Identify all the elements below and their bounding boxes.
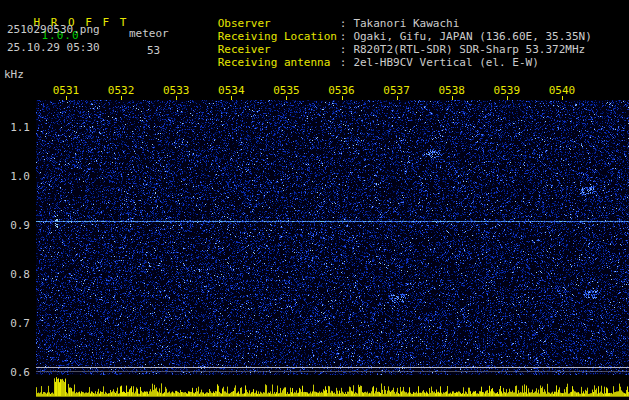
info-colon: : [340,17,347,30]
info-colon: : [340,56,347,69]
meteor-count: 53 [147,44,160,57]
output-filename: 2510290530.png [7,23,100,36]
x-axis-time-labels: 0531053205330534053505360537053805390540 [0,84,629,100]
info-label: Observer [218,17,340,30]
header-info: Observer:Takanori Kawachi Receiving Loca… [178,4,592,56]
info-value: Ogaki, Gifu, JAPAN (136.60E, 35.35N) [353,30,591,43]
info-label: Receiving Location [218,30,340,43]
y-axis-unit-label: kHz [4,68,24,81]
observation-timestamp: 25.10.29 05:30 [7,41,100,54]
freq-tick-label: 1.0 [2,170,30,183]
info-label: Receiving antenna [218,56,340,69]
info-colon: : [340,30,347,43]
info-value: R820T2(RTL-SDR) SDR-Sharp 53.372MHz [353,43,585,56]
info-colon: : [340,43,347,56]
info-value: Takanori Kawachi [353,17,459,30]
freq-tick-label: 0.7 [2,317,30,330]
freq-tick-label: 0.6 [2,366,30,379]
spectrogram [36,100,629,400]
freq-tick-label: 0.8 [2,268,30,281]
info-value: 2el-HB9CV Vertical (el. E-W) [353,56,538,69]
info-row-observer: Observer:Takanori Kawachi [178,4,592,17]
observation-mode-label: meteor [129,27,169,40]
freq-tick-label: 0.9 [2,219,30,232]
info-label: Receiver [218,43,340,56]
hrofft-screen: H R O F F T 1.0.0 2510290530.png meteor … [0,0,629,400]
freq-tick-label: 1.1 [2,121,30,134]
